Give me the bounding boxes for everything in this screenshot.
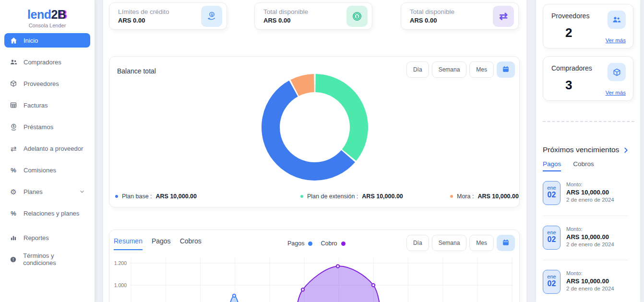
tab-pagos[interactable]: Pagos: [543, 160, 561, 171]
users-icon: [608, 11, 626, 29]
legend-dot-blue: [308, 242, 312, 246]
vencimiento-item[interactable]: ene 02 Monto: ARS 10,000.00 2 de enero d…: [543, 226, 635, 251]
legend-dot-blue: [115, 195, 118, 198]
legend-item-mora: Mora : ARS 10,000.00: [450, 193, 519, 200]
legend-label: Mora :: [457, 193, 474, 200]
vencimientos-tabs: Pagos Cobros: [543, 160, 594, 171]
logo-lend: lend: [27, 8, 51, 21]
logo-subtitle: Consola Lender: [0, 23, 95, 28]
sidebar-item-planes[interactable]: ⚙ Planes: [4, 184, 90, 199]
sidebar: lend2BB Consola Lender Inicio Compradore…: [0, 0, 95, 302]
sidebar-item-comisiones[interactable]: % Comisiones: [4, 163, 90, 177]
monto-label: Monto:: [566, 226, 614, 232]
proveedores-count: 2: [565, 25, 572, 40]
cube-icon: [9, 80, 18, 87]
chevron-down-icon[interactable]: [79, 188, 85, 195]
proximos-vencimientos-title[interactable]: Próximos vencimientos: [543, 145, 630, 154]
tab-cobros[interactable]: Cobros: [180, 237, 202, 250]
summary-card-title: Compradores: [551, 64, 592, 72]
sidebar-item-label: Relaciones y planes: [24, 210, 79, 217]
home-icon: [9, 36, 18, 45]
day-button[interactable]: Día: [406, 235, 429, 251]
month-button[interactable]: Mes: [469, 235, 494, 251]
sidebar-item-label: Adelanto a proveedor: [24, 145, 83, 152]
sidebar-item-facturas[interactable]: Facturas: [4, 98, 90, 112]
resumen-card: 1.2001.000 Resumen Pagos Cobros Pagos Co…: [109, 230, 520, 302]
stat-card-value: ARS 0.00: [263, 17, 308, 24]
date-badge: ene 02: [543, 226, 561, 250]
sidebar-item-relaciones[interactable]: % Relaciones y planes: [4, 206, 90, 220]
day-button[interactable]: Día: [406, 61, 429, 78]
sidebar-item-label: Proveedores: [24, 80, 59, 87]
coins-icon: $: [346, 6, 368, 27]
week-button[interactable]: Semana: [432, 235, 467, 251]
balance-legend: Plan base : ARS 10,000.00 Plan de extens…: [115, 193, 514, 200]
list-divider: [543, 260, 628, 260]
balance-donut-chart: [260, 72, 370, 183]
vencimiento-item[interactable]: ene 02 Monto: ARS 10,000.00 2 de enero d…: [543, 181, 635, 206]
sidebar-item-proveedores[interactable]: Proveedores: [4, 76, 90, 91]
svg-text:1.000: 1.000: [114, 282, 127, 288]
calendar-icon: [501, 65, 510, 75]
balance-card-title: Balance total: [117, 67, 156, 75]
vencimiento-item[interactable]: ene 02 Monto: ARS 10,000.00 2 de enero d…: [543, 270, 635, 295]
sidebar-item-inicio[interactable]: Inicio: [4, 33, 90, 48]
logo-2b: 2B: [51, 8, 66, 21]
legend-dot-purple: [341, 242, 346, 246]
badge-month: ene: [543, 185, 560, 191]
stat-card-label: Total disponible: [263, 8, 308, 15]
sidebar-nav: Inicio Compradores Proveedores Facturas …: [0, 28, 95, 266]
sidebar-item-reportes[interactable]: Reportes: [4, 230, 90, 245]
month-button[interactable]: Mes: [469, 61, 494, 78]
badge-day: 02: [543, 279, 560, 288]
monto-amount: ARS 10,000.00: [566, 233, 614, 241]
compradores-count: 3: [565, 78, 572, 93]
sidebar-item-label: Términos y condiciones: [23, 252, 85, 266]
date-badge: ene 02: [543, 270, 561, 294]
monto-date: 2 de enero de 2024: [566, 197, 614, 203]
alert-icon: [9, 256, 17, 263]
sidebar-item-label: Compradores: [24, 59, 61, 66]
svg-text:$: $: [356, 14, 358, 18]
stat-card-label: Total disponible: [410, 8, 454, 15]
gear-icon: ⚙: [9, 188, 18, 195]
percent-icon: %: [9, 167, 18, 174]
sidebar-item-terminos[interactable]: Términos y condiciones: [4, 252, 90, 266]
stat-card-value: ARS 0.00: [118, 17, 169, 24]
calendar-icon: [501, 238, 510, 248]
week-button[interactable]: Semana: [432, 61, 467, 78]
sidebar-item-label: Reportes: [24, 234, 49, 242]
users-icon: [9, 58, 18, 66]
sidebar-item-adelanto[interactable]: ⇄ Adelanto a proveedor: [4, 141, 90, 156]
summary-card-title: Proveedores: [551, 12, 589, 20]
calendar-button[interactable]: [497, 61, 515, 78]
legend-item-cobro: Cobro: [321, 240, 345, 247]
tab-resumen[interactable]: Resumen: [114, 237, 143, 250]
monto-date: 2 de enero de 2024: [566, 242, 614, 247]
legend-label: Plan de extensión :: [307, 193, 358, 200]
legend-dot-orange: [450, 195, 453, 198]
ver-mas-link[interactable]: Ver más: [606, 37, 626, 43]
tab-pagos[interactable]: Pagos: [152, 237, 171, 250]
sidebar-item-compradores[interactable]: Compradores: [4, 55, 90, 69]
legend-item-pagos: Pagos: [287, 240, 312, 247]
dashed-divider: [543, 121, 634, 122]
calendar-button[interactable]: [497, 235, 515, 251]
badge-day: 02: [543, 191, 560, 199]
monto-amount: ARS 10,000.00: [566, 278, 614, 285]
stat-card-limites-credito: Límites de crédito ARS 0.00 $: [109, 2, 227, 30]
compradores-summary-card: Compradores 3 Ver más: [543, 56, 633, 101]
legend-label: Pagos: [287, 240, 304, 247]
coin-icon: $: [9, 123, 18, 131]
ver-mas-link[interactable]: Ver más: [606, 90, 626, 96]
svg-text:$: $: [12, 124, 14, 128]
legend-label: Cobro: [321, 240, 337, 247]
resumen-legend: Pagos Cobro: [287, 240, 346, 247]
table-icon: [9, 101, 18, 109]
stat-card-label: Límites de crédito: [118, 8, 169, 15]
hand-coin-icon: $: [201, 6, 222, 27]
tab-cobros[interactable]: Cobros: [573, 160, 594, 171]
resumen-tabs: Resumen Pagos Cobros: [114, 237, 202, 250]
sidebar-item-prestamos[interactable]: $ Préstamos: [4, 120, 90, 134]
sidebar-item-label: Inicio: [24, 37, 38, 44]
